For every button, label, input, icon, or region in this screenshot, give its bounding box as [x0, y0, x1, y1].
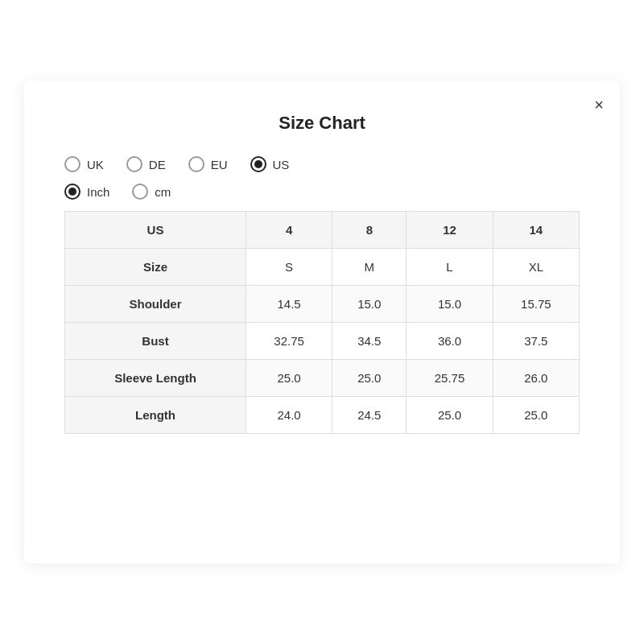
row-sleeve-8: 25.0 — [332, 360, 407, 397]
row-label-length: Length — [65, 397, 246, 434]
row-shoulder-14: 15.75 — [493, 286, 579, 323]
size-chart-modal: × Size Chart UK DE EU US Inch cm — [24, 80, 620, 564]
radio-circle-cm — [132, 184, 148, 200]
table-header-row: US 4 8 12 14 — [65, 212, 580, 249]
table-col-4: 4 — [246, 212, 332, 249]
region-radio-group: UK DE EU US — [64, 156, 580, 172]
row-shoulder-12: 15.0 — [407, 286, 493, 323]
radio-circle-eu — [188, 156, 204, 172]
row-label-bust: Bust — [65, 323, 246, 360]
row-size-m: M — [332, 249, 407, 286]
row-size-l: L — [407, 249, 493, 286]
table-col-8: 8 — [332, 212, 407, 249]
table-col-12: 12 — [407, 212, 493, 249]
row-shoulder-4: 14.5 — [246, 286, 332, 323]
table-col-us: US — [65, 212, 246, 249]
radio-label-us: US — [273, 158, 290, 171]
modal-title: Size Chart — [64, 113, 580, 134]
radio-label-inch: Inch — [87, 185, 109, 199]
radio-item-cm[interactable]: cm — [132, 184, 171, 200]
radio-item-uk[interactable]: UK — [64, 156, 104, 172]
close-button[interactable]: × — [594, 97, 604, 113]
table-row-shoulder: Shoulder 14.5 15.0 15.0 15.75 — [65, 286, 580, 323]
radio-label-uk: UK — [87, 158, 104, 171]
table-row-sleeve: Sleeve Length 25.0 25.0 25.75 26.0 — [65, 360, 580, 397]
row-sleeve-12: 25.75 — [407, 360, 493, 397]
table-row-size: Size S M L XL — [65, 249, 580, 286]
row-length-12: 25.0 — [407, 397, 493, 434]
row-bust-14: 37.5 — [493, 323, 579, 360]
row-length-8: 24.5 — [332, 397, 407, 434]
row-bust-8: 34.5 — [332, 323, 407, 360]
row-size-xl: XL — [493, 249, 579, 286]
size-chart-table: US 4 8 12 14 Size S M L XL Shoulder 14.5… — [64, 211, 580, 434]
radio-label-eu: EU — [211, 158, 228, 171]
row-sleeve-4: 25.0 — [246, 360, 332, 397]
row-label-sleeve: Sleeve Length — [65, 360, 246, 397]
row-length-14: 25.0 — [493, 397, 579, 434]
row-label-shoulder: Shoulder — [65, 286, 246, 323]
row-bust-4: 32.75 — [246, 323, 332, 360]
row-label-size: Size — [65, 249, 246, 286]
row-size-s: S — [246, 249, 332, 286]
table-row-bust: Bust 32.75 34.5 36.0 37.5 — [65, 323, 580, 360]
radio-circle-de — [126, 156, 142, 172]
row-shoulder-8: 15.0 — [332, 286, 407, 323]
row-bust-12: 36.0 — [407, 323, 493, 360]
radio-circle-inch — [64, 184, 80, 200]
table-row-length: Length 24.0 24.5 25.0 25.0 — [65, 397, 580, 434]
radio-item-de[interactable]: DE — [126, 156, 166, 172]
row-sleeve-14: 26.0 — [493, 360, 579, 397]
radio-label-cm: cm — [155, 185, 171, 199]
radio-circle-uk — [64, 156, 80, 172]
table-col-14: 14 — [493, 212, 579, 249]
radio-circle-us — [250, 156, 266, 172]
row-length-4: 24.0 — [246, 397, 332, 434]
unit-radio-group: Inch cm — [64, 184, 580, 200]
radio-item-eu[interactable]: EU — [188, 156, 228, 172]
radio-item-inch[interactable]: Inch — [64, 184, 109, 200]
radio-item-us[interactable]: US — [250, 156, 290, 172]
radio-label-de: DE — [149, 158, 166, 171]
